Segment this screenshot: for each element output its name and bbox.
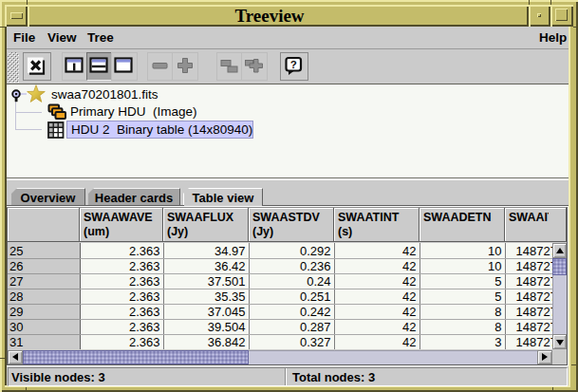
svg-text:?: ? (290, 59, 297, 70)
